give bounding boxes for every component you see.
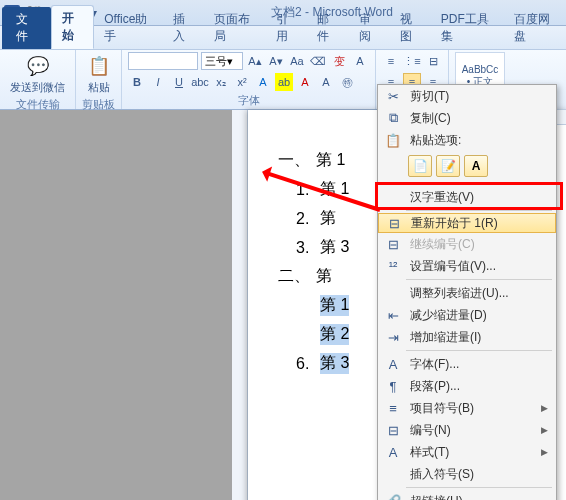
ctx-cut[interactable]: ✂剪切(T) bbox=[378, 85, 556, 107]
change-case-icon[interactable]: Aa bbox=[288, 52, 306, 70]
cut-icon: ✂ bbox=[382, 89, 404, 104]
ctx-insert-symbol[interactable]: 插入符号(S) bbox=[378, 463, 556, 485]
multilevel-icon[interactable]: ⊟ bbox=[424, 52, 442, 70]
increase-indent-icon: ⇥ bbox=[382, 330, 404, 345]
bullets-icon: ≡ bbox=[382, 401, 404, 416]
tab-view[interactable]: 视图 bbox=[390, 7, 431, 49]
strike-icon[interactable]: abc bbox=[191, 73, 209, 91]
ctx-continue-numbering: ⊟继续编号(C) bbox=[378, 233, 556, 255]
tab-references[interactable]: 引用 bbox=[266, 7, 307, 49]
ctx-paragraph[interactable]: ¶段落(P)... bbox=[378, 375, 556, 397]
superscript-icon[interactable]: x² bbox=[233, 73, 251, 91]
ctx-hanzi-reselect[interactable]: 汉字重选(V) bbox=[378, 186, 556, 208]
send-to-wechat-label: 发送到微信 bbox=[10, 80, 65, 95]
tab-file[interactable]: 文件 bbox=[2, 7, 51, 49]
paste-keep-source-icon[interactable]: 📄 bbox=[408, 155, 432, 177]
chevron-right-icon: ▶ bbox=[541, 425, 548, 435]
ctx-decrease-indent[interactable]: ⇤减少缩进量(D) bbox=[378, 304, 556, 326]
set-value-icon: ¹² bbox=[382, 259, 404, 274]
style-preview: AaBbCc bbox=[462, 64, 499, 75]
tab-baidu-netdisk[interactable]: 百度网盘 bbox=[504, 7, 566, 49]
phonetic-icon[interactable]: 变 bbox=[330, 52, 348, 70]
hyperlink-icon: 🔗 bbox=[382, 494, 404, 501]
tab-mail[interactable]: 邮件 bbox=[307, 7, 348, 49]
ctx-restart-at-1[interactable]: ⊟重新开始于 1(R) bbox=[378, 213, 556, 233]
highlight-icon[interactable]: ab bbox=[275, 73, 293, 91]
tab-page-layout[interactable]: 页面布局 bbox=[204, 7, 266, 49]
italic-icon[interactable]: I bbox=[149, 73, 167, 91]
tab-review[interactable]: 审阅 bbox=[349, 7, 390, 49]
ctx-styles[interactable]: A样式(T)▶ bbox=[378, 441, 556, 463]
group-file-transfer: 💬 发送到微信 文件传输 bbox=[0, 50, 76, 109]
text-effects-icon[interactable]: A bbox=[254, 73, 272, 91]
ctx-numbering[interactable]: ⊟编号(N)▶ bbox=[378, 419, 556, 441]
separator bbox=[406, 210, 552, 211]
ribbon-tabs: 文件 开始 Office助手 插入 页面布局 引用 邮件 审阅 视图 PDF工具… bbox=[0, 26, 566, 50]
wechat-icon: 💬 bbox=[26, 54, 50, 78]
char-shading-icon[interactable]: A bbox=[317, 73, 335, 91]
enclose-char-icon[interactable]: ㊕ bbox=[338, 73, 356, 91]
bullets-icon[interactable]: ≡ bbox=[382, 52, 400, 70]
paste-text-only-icon[interactable]: A bbox=[464, 155, 488, 177]
clear-format-icon[interactable]: ⌫ bbox=[309, 52, 327, 70]
ctx-adjust-list-indent[interactable]: 调整列表缩进(U)... bbox=[378, 282, 556, 304]
separator bbox=[406, 183, 552, 184]
context-menu: ✂剪切(T) ⧉复制(C) 📋粘贴选项: 📄 📝 A 汉字重选(V) ⊟重新开始… bbox=[377, 84, 557, 500]
continue-numbering-icon: ⊟ bbox=[382, 237, 404, 252]
ctx-increase-indent[interactable]: ⇥增加缩进量(I) bbox=[378, 326, 556, 348]
chevron-right-icon: ▶ bbox=[541, 403, 548, 413]
font-name-combo[interactable] bbox=[128, 52, 198, 70]
bold-icon[interactable]: B bbox=[128, 73, 146, 91]
copy-icon: ⧉ bbox=[382, 110, 404, 126]
group-font: 三号▾ A▴ A▾ Aa ⌫ 变 A B I U abc x₂ x² A ab … bbox=[122, 50, 376, 109]
ctx-copy[interactable]: ⧉复制(C) bbox=[378, 107, 556, 129]
tab-insert[interactable]: 插入 bbox=[163, 7, 204, 49]
styles-icon: A bbox=[382, 445, 404, 460]
tab-office-assistant[interactable]: Office助手 bbox=[94, 7, 163, 49]
ctx-paste-options: 📋粘贴选项: bbox=[378, 129, 556, 151]
ctx-font[interactable]: A字体(F)... bbox=[378, 353, 556, 375]
paragraph-icon: ¶ bbox=[382, 379, 404, 394]
tab-pdf-tools[interactable]: PDF工具集 bbox=[431, 7, 504, 49]
paste-icon: 📋 bbox=[382, 133, 404, 148]
paste-merge-icon[interactable]: 📝 bbox=[436, 155, 460, 177]
shrink-font-icon[interactable]: A▾ bbox=[267, 52, 285, 70]
border-char-icon[interactable]: A bbox=[351, 52, 369, 70]
separator bbox=[406, 279, 552, 280]
ctx-hyperlink[interactable]: 🔗超链接(H)... bbox=[378, 490, 556, 500]
font-color-icon[interactable]: A bbox=[296, 73, 314, 91]
paste-icon: 📋 bbox=[87, 54, 111, 78]
paste-label: 粘贴 bbox=[88, 80, 110, 95]
subscript-icon[interactable]: x₂ bbox=[212, 73, 230, 91]
group-clipboard: 📋 粘贴 剪贴板 bbox=[76, 50, 122, 109]
ctx-set-numbering-value[interactable]: ¹²设置编号值(V)... bbox=[378, 255, 556, 277]
send-to-wechat-button[interactable]: 💬 发送到微信 bbox=[6, 52, 69, 97]
tab-home[interactable]: 开始 bbox=[51, 5, 94, 49]
decrease-indent-icon: ⇤ bbox=[382, 308, 404, 323]
grow-font-icon[interactable]: A▴ bbox=[246, 52, 264, 70]
underline-icon[interactable]: U bbox=[170, 73, 188, 91]
numbering-icon: ⊟ bbox=[382, 423, 404, 438]
chevron-right-icon: ▶ bbox=[541, 447, 548, 457]
numbering-icon[interactable]: ⋮≡ bbox=[403, 52, 421, 70]
font-icon: A bbox=[382, 357, 404, 372]
restart-numbering-icon: ⊟ bbox=[383, 216, 405, 231]
separator bbox=[406, 487, 552, 488]
font-size-combo[interactable]: 三号▾ bbox=[201, 52, 243, 70]
ctx-bullets[interactable]: ≡项目符号(B)▶ bbox=[378, 397, 556, 419]
group-label-font: 字体 bbox=[128, 93, 369, 109]
separator bbox=[406, 350, 552, 351]
paste-options-row: 📄 📝 A bbox=[378, 151, 556, 181]
paste-button[interactable]: 📋 粘贴 bbox=[82, 52, 115, 97]
vertical-ruler bbox=[232, 110, 248, 500]
